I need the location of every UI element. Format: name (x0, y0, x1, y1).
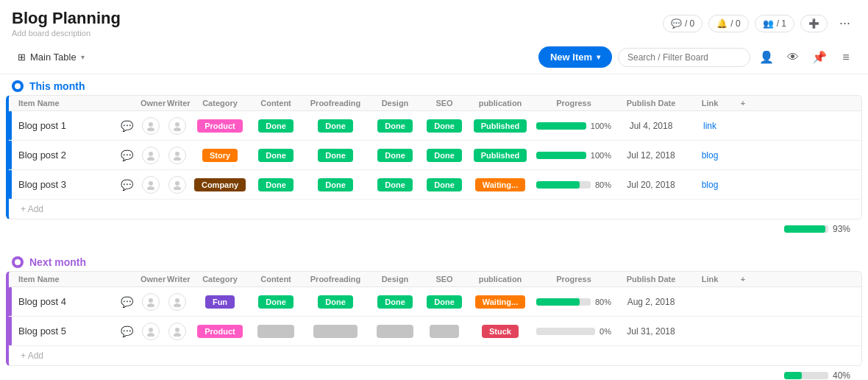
content-cell[interactable]: Done (249, 147, 302, 163)
seo-cell[interactable]: Done (421, 147, 467, 163)
proofreading-badge[interactable]: Done (318, 178, 353, 191)
seo-cell[interactable] (421, 323, 467, 339)
publication-cell[interactable]: Waiting... (467, 177, 533, 193)
members-pill[interactable]: 👥 / 1 (755, 15, 794, 32)
owner-cell[interactable] (138, 321, 164, 342)
content-badge[interactable]: Done (258, 149, 294, 162)
seo-badge[interactable]: Done (427, 149, 462, 162)
proofreading-cell[interactable]: Done (302, 118, 369, 134)
chat-icon[interactable]: 💬 (121, 149, 133, 161)
owner-avatar[interactable] (142, 293, 160, 311)
chat-icon-cell[interactable]: 💬 (115, 119, 138, 133)
design-badge[interactable]: Done (377, 295, 413, 309)
proofreading-cell[interactable]: Done (302, 177, 369, 193)
writer-cell[interactable] (164, 175, 191, 195)
add-row-button[interactable]: + Add (9, 200, 861, 219)
seo-badge[interactable]: Done (427, 295, 462, 309)
publication-badge[interactable]: Published (474, 119, 527, 133)
eye-icon[interactable]: 👁 (783, 47, 803, 68)
owner-cell[interactable] (138, 145, 164, 166)
publication-badge[interactable]: Stuck (482, 325, 519, 338)
add-column-button[interactable] (732, 154, 754, 157)
writer-avatar[interactable] (168, 147, 186, 164)
proofreading-badge[interactable]: Done (318, 149, 353, 162)
category-cell[interactable]: Fun (191, 294, 249, 310)
proofreading-cell[interactable] (302, 323, 369, 339)
chat-icon[interactable]: 💬 (121, 179, 133, 191)
category-cell[interactable]: Company (191, 177, 249, 193)
publication-cell[interactable]: Published (467, 118, 533, 134)
add-row-button[interactable]: + Add (9, 346, 861, 365)
publication-badge[interactable]: Published (474, 149, 527, 162)
publication-cell[interactable]: Waiting... (467, 294, 533, 310)
design-badge[interactable]: Done (377, 178, 413, 191)
person-search-icon[interactable]: 👤 (756, 47, 777, 68)
publication-cell[interactable]: Published (467, 147, 533, 163)
proofreading-cell[interactable]: Done (302, 294, 369, 310)
chat-icon-cell[interactable]: 💬 (115, 295, 138, 309)
proofreading-badge[interactable]: Done (318, 295, 353, 309)
owner-avatar[interactable] (142, 323, 160, 340)
writer-avatar[interactable] (168, 293, 186, 311)
link-cell[interactable]: blog (688, 178, 732, 191)
pin-icon[interactable]: 📌 (809, 47, 830, 68)
category-badge[interactable]: Story (202, 149, 238, 162)
seo-cell[interactable]: Done (421, 294, 467, 310)
publication-cell[interactable]: Stuck (467, 323, 533, 339)
publication-badge[interactable]: Waiting... (475, 295, 525, 309)
link-cell[interactable]: link (688, 119, 732, 133)
owner-avatar[interactable] (142, 147, 160, 164)
content-cell[interactable]: Done (249, 177, 302, 193)
writer-cell[interactable] (164, 145, 191, 166)
owner-avatar[interactable] (142, 176, 160, 194)
design-cell[interactable]: Done (369, 294, 421, 310)
owner-cell[interactable] (138, 116, 164, 136)
invite-button[interactable]: ➕ (800, 15, 828, 32)
category-cell[interactable]: Product (191, 118, 249, 134)
add-column-button[interactable] (732, 183, 754, 186)
add-column-button[interactable] (732, 330, 754, 333)
more-options-button[interactable]: ··· (833, 13, 856, 34)
chat-icon-cell[interactable]: 💬 (115, 177, 138, 192)
writer-cell[interactable] (164, 292, 191, 312)
link-cell[interactable] (688, 300, 732, 303)
writer-avatar[interactable] (168, 117, 186, 135)
publication-badge[interactable]: Waiting... (475, 178, 525, 191)
design-badge[interactable]: Done (377, 119, 413, 133)
writer-cell[interactable] (164, 321, 191, 342)
category-cell[interactable]: Product (191, 323, 249, 339)
category-badge[interactable]: Product (197, 119, 243, 133)
main-table-button[interactable]: ⊞ Main Table ▾ (12, 49, 90, 66)
link-value[interactable]: link (703, 121, 716, 131)
writer-avatar[interactable] (168, 323, 186, 340)
link-cell[interactable]: blog (688, 149, 732, 162)
content-cell[interactable]: Done (249, 118, 302, 134)
owner-cell[interactable] (138, 175, 164, 195)
chat-icon-cell[interactable]: 💬 (115, 148, 138, 163)
link-cell[interactable] (688, 330, 732, 333)
link-value[interactable]: blog (702, 180, 719, 190)
content-cell[interactable] (249, 323, 302, 339)
writer-cell[interactable] (164, 116, 191, 136)
seo-badge[interactable]: Done (427, 119, 462, 133)
content-badge[interactable]: Done (258, 295, 294, 309)
link-value[interactable]: blog (702, 150, 719, 161)
seo-cell[interactable]: Done (421, 118, 467, 134)
design-cell[interactable]: Done (369, 147, 421, 163)
content-badge[interactable]: Done (258, 178, 294, 191)
content-cell[interactable]: Done (249, 294, 302, 310)
new-item-button[interactable]: New Item ▾ (538, 46, 612, 68)
add-column-button[interactable] (732, 300, 754, 303)
filter-icon[interactable]: ≡ (836, 47, 856, 68)
proofreading-badge[interactable]: Done (318, 119, 353, 133)
design-cell[interactable] (369, 323, 421, 339)
seo-badge[interactable]: Done (427, 178, 462, 191)
chat-icon[interactable]: 💬 (121, 120, 133, 132)
activity-pill[interactable]: 🔔 / 0 (708, 15, 748, 32)
chat-icon[interactable]: 💬 (121, 326, 133, 337)
proofreading-cell[interactable]: Done (302, 147, 369, 163)
chat-icon-cell[interactable]: 💬 (115, 324, 138, 339)
design-cell[interactable]: Done (369, 177, 421, 193)
category-badge[interactable]: Fun (205, 295, 235, 309)
owner-cell[interactable] (138, 292, 164, 312)
